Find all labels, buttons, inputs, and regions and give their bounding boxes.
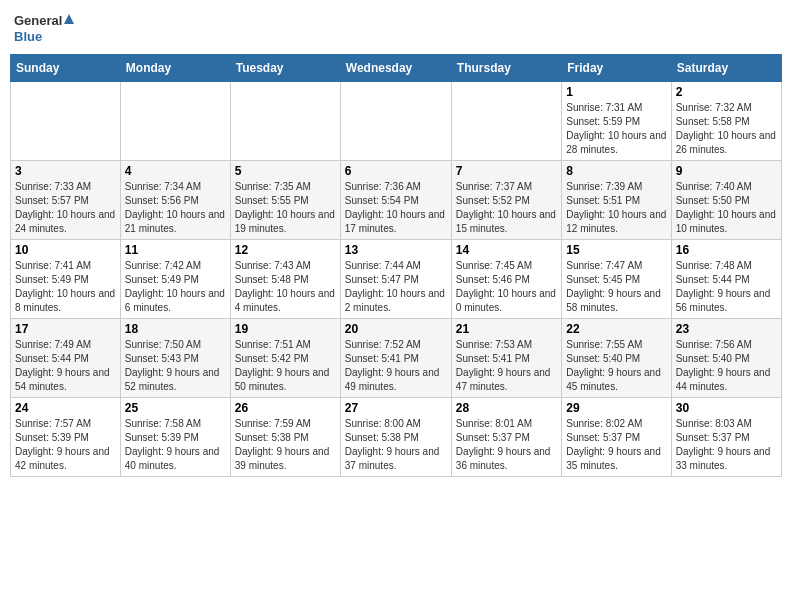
calendar-cell: 2Sunrise: 7:32 AM Sunset: 5:58 PM Daylig… bbox=[671, 82, 781, 161]
calendar-cell: 30Sunrise: 8:03 AM Sunset: 5:37 PM Dayli… bbox=[671, 398, 781, 477]
day-number: 30 bbox=[676, 401, 777, 415]
svg-marker-2 bbox=[64, 14, 74, 24]
day-info: Sunrise: 7:55 AM Sunset: 5:40 PM Dayligh… bbox=[566, 338, 666, 394]
day-number: 27 bbox=[345, 401, 447, 415]
day-number: 11 bbox=[125, 243, 226, 257]
calendar-cell: 26Sunrise: 7:59 AM Sunset: 5:38 PM Dayli… bbox=[230, 398, 340, 477]
day-number: 24 bbox=[15, 401, 116, 415]
calendar-cell: 22Sunrise: 7:55 AM Sunset: 5:40 PM Dayli… bbox=[562, 319, 671, 398]
day-number: 10 bbox=[15, 243, 116, 257]
calendar-header: SundayMondayTuesdayWednesdayThursdayFrid… bbox=[11, 55, 782, 82]
day-number: 4 bbox=[125, 164, 226, 178]
calendar-cell: 21Sunrise: 7:53 AM Sunset: 5:41 PM Dayli… bbox=[451, 319, 561, 398]
calendar-cell: 17Sunrise: 7:49 AM Sunset: 5:44 PM Dayli… bbox=[11, 319, 121, 398]
calendar-cell: 20Sunrise: 7:52 AM Sunset: 5:41 PM Dayli… bbox=[340, 319, 451, 398]
day-number: 12 bbox=[235, 243, 336, 257]
day-info: Sunrise: 7:51 AM Sunset: 5:42 PM Dayligh… bbox=[235, 338, 336, 394]
day-number: 26 bbox=[235, 401, 336, 415]
calendar-week-4: 17Sunrise: 7:49 AM Sunset: 5:44 PM Dayli… bbox=[11, 319, 782, 398]
calendar-cell bbox=[230, 82, 340, 161]
day-info: Sunrise: 7:49 AM Sunset: 5:44 PM Dayligh… bbox=[15, 338, 116, 394]
day-info: Sunrise: 8:01 AM Sunset: 5:37 PM Dayligh… bbox=[456, 417, 557, 473]
day-number: 9 bbox=[676, 164, 777, 178]
weekday-header-saturday: Saturday bbox=[671, 55, 781, 82]
weekday-header-tuesday: Tuesday bbox=[230, 55, 340, 82]
weekday-header-friday: Friday bbox=[562, 55, 671, 82]
day-info: Sunrise: 7:37 AM Sunset: 5:52 PM Dayligh… bbox=[456, 180, 557, 236]
day-number: 23 bbox=[676, 322, 777, 336]
calendar-cell: 10Sunrise: 7:41 AM Sunset: 5:49 PM Dayli… bbox=[11, 240, 121, 319]
day-number: 20 bbox=[345, 322, 447, 336]
svg-text:General: General bbox=[14, 13, 62, 28]
day-info: Sunrise: 7:44 AM Sunset: 5:47 PM Dayligh… bbox=[345, 259, 447, 315]
day-info: Sunrise: 8:00 AM Sunset: 5:38 PM Dayligh… bbox=[345, 417, 447, 473]
day-number: 7 bbox=[456, 164, 557, 178]
header-row: SundayMondayTuesdayWednesdayThursdayFrid… bbox=[11, 55, 782, 82]
calendar-cell: 18Sunrise: 7:50 AM Sunset: 5:43 PM Dayli… bbox=[120, 319, 230, 398]
day-number: 5 bbox=[235, 164, 336, 178]
day-info: Sunrise: 7:47 AM Sunset: 5:45 PM Dayligh… bbox=[566, 259, 666, 315]
day-info: Sunrise: 7:59 AM Sunset: 5:38 PM Dayligh… bbox=[235, 417, 336, 473]
calendar-cell bbox=[120, 82, 230, 161]
day-info: Sunrise: 7:31 AM Sunset: 5:59 PM Dayligh… bbox=[566, 101, 666, 157]
day-number: 17 bbox=[15, 322, 116, 336]
weekday-header-thursday: Thursday bbox=[451, 55, 561, 82]
day-info: Sunrise: 8:02 AM Sunset: 5:37 PM Dayligh… bbox=[566, 417, 666, 473]
calendar-cell: 28Sunrise: 8:01 AM Sunset: 5:37 PM Dayli… bbox=[451, 398, 561, 477]
calendar-cell bbox=[11, 82, 121, 161]
calendar-cell: 9Sunrise: 7:40 AM Sunset: 5:50 PM Daylig… bbox=[671, 161, 781, 240]
day-number: 3 bbox=[15, 164, 116, 178]
weekday-header-sunday: Sunday bbox=[11, 55, 121, 82]
day-number: 21 bbox=[456, 322, 557, 336]
day-info: Sunrise: 7:50 AM Sunset: 5:43 PM Dayligh… bbox=[125, 338, 226, 394]
calendar-cell: 29Sunrise: 8:02 AM Sunset: 5:37 PM Dayli… bbox=[562, 398, 671, 477]
day-info: Sunrise: 7:48 AM Sunset: 5:44 PM Dayligh… bbox=[676, 259, 777, 315]
logo: General Blue bbox=[14, 10, 74, 46]
calendar-cell: 1Sunrise: 7:31 AM Sunset: 5:59 PM Daylig… bbox=[562, 82, 671, 161]
day-number: 13 bbox=[345, 243, 447, 257]
day-info: Sunrise: 7:34 AM Sunset: 5:56 PM Dayligh… bbox=[125, 180, 226, 236]
day-info: Sunrise: 7:40 AM Sunset: 5:50 PM Dayligh… bbox=[676, 180, 777, 236]
calendar-cell bbox=[451, 82, 561, 161]
weekday-header-wednesday: Wednesday bbox=[340, 55, 451, 82]
day-info: Sunrise: 7:53 AM Sunset: 5:41 PM Dayligh… bbox=[456, 338, 557, 394]
calendar-week-2: 3Sunrise: 7:33 AM Sunset: 5:57 PM Daylig… bbox=[11, 161, 782, 240]
calendar-cell: 6Sunrise: 7:36 AM Sunset: 5:54 PM Daylig… bbox=[340, 161, 451, 240]
calendar-cell: 16Sunrise: 7:48 AM Sunset: 5:44 PM Dayli… bbox=[671, 240, 781, 319]
logo-svg: General Blue bbox=[14, 10, 74, 46]
day-info: Sunrise: 7:36 AM Sunset: 5:54 PM Dayligh… bbox=[345, 180, 447, 236]
day-number: 19 bbox=[235, 322, 336, 336]
day-number: 15 bbox=[566, 243, 666, 257]
svg-text:Blue: Blue bbox=[14, 29, 42, 44]
calendar-table: SundayMondayTuesdayWednesdayThursdayFrid… bbox=[10, 54, 782, 477]
calendar-cell: 23Sunrise: 7:56 AM Sunset: 5:40 PM Dayli… bbox=[671, 319, 781, 398]
calendar-cell: 4Sunrise: 7:34 AM Sunset: 5:56 PM Daylig… bbox=[120, 161, 230, 240]
day-info: Sunrise: 7:52 AM Sunset: 5:41 PM Dayligh… bbox=[345, 338, 447, 394]
calendar-week-3: 10Sunrise: 7:41 AM Sunset: 5:49 PM Dayli… bbox=[11, 240, 782, 319]
page-header: General Blue bbox=[10, 10, 782, 46]
day-number: 18 bbox=[125, 322, 226, 336]
calendar-cell: 5Sunrise: 7:35 AM Sunset: 5:55 PM Daylig… bbox=[230, 161, 340, 240]
day-info: Sunrise: 7:43 AM Sunset: 5:48 PM Dayligh… bbox=[235, 259, 336, 315]
day-info: Sunrise: 7:42 AM Sunset: 5:49 PM Dayligh… bbox=[125, 259, 226, 315]
calendar-cell: 8Sunrise: 7:39 AM Sunset: 5:51 PM Daylig… bbox=[562, 161, 671, 240]
calendar-cell: 19Sunrise: 7:51 AM Sunset: 5:42 PM Dayli… bbox=[230, 319, 340, 398]
calendar-cell: 14Sunrise: 7:45 AM Sunset: 5:46 PM Dayli… bbox=[451, 240, 561, 319]
calendar-cell: 27Sunrise: 8:00 AM Sunset: 5:38 PM Dayli… bbox=[340, 398, 451, 477]
calendar-cell: 24Sunrise: 7:57 AM Sunset: 5:39 PM Dayli… bbox=[11, 398, 121, 477]
day-number: 16 bbox=[676, 243, 777, 257]
day-number: 28 bbox=[456, 401, 557, 415]
calendar-cell bbox=[340, 82, 451, 161]
day-info: Sunrise: 7:35 AM Sunset: 5:55 PM Dayligh… bbox=[235, 180, 336, 236]
calendar-week-1: 1Sunrise: 7:31 AM Sunset: 5:59 PM Daylig… bbox=[11, 82, 782, 161]
calendar-cell: 25Sunrise: 7:58 AM Sunset: 5:39 PM Dayli… bbox=[120, 398, 230, 477]
day-info: Sunrise: 7:33 AM Sunset: 5:57 PM Dayligh… bbox=[15, 180, 116, 236]
calendar-body: 1Sunrise: 7:31 AM Sunset: 5:59 PM Daylig… bbox=[11, 82, 782, 477]
calendar-cell: 12Sunrise: 7:43 AM Sunset: 5:48 PM Dayli… bbox=[230, 240, 340, 319]
calendar-cell: 13Sunrise: 7:44 AM Sunset: 5:47 PM Dayli… bbox=[340, 240, 451, 319]
day-number: 14 bbox=[456, 243, 557, 257]
day-number: 8 bbox=[566, 164, 666, 178]
day-number: 2 bbox=[676, 85, 777, 99]
calendar-cell: 11Sunrise: 7:42 AM Sunset: 5:49 PM Dayli… bbox=[120, 240, 230, 319]
day-info: Sunrise: 7:58 AM Sunset: 5:39 PM Dayligh… bbox=[125, 417, 226, 473]
